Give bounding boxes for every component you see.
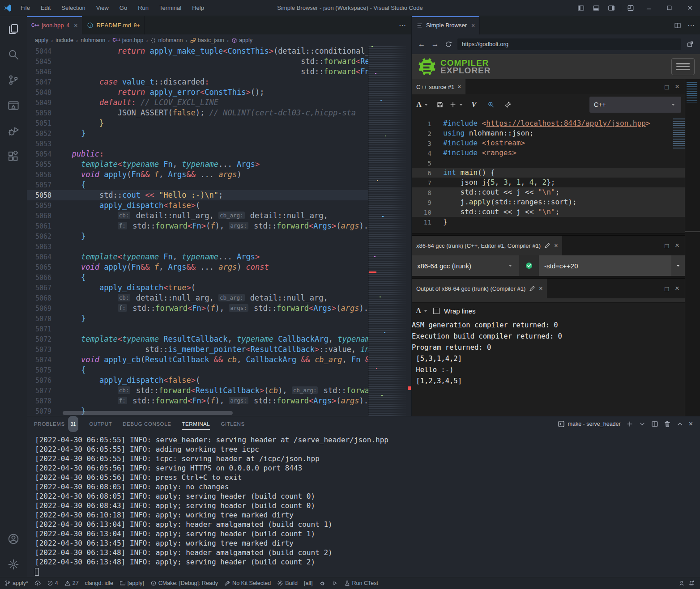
activity-files-icon[interactable] [0,16,27,42]
code-editor[interactable]: 5044 return apply_make_tuple<ConstThis>(… [27,46,411,416]
clangd-status[interactable]: clangd: idle [85,580,113,586]
code-line[interactable]: 5070 } [27,314,368,324]
cmake-status[interactable]: CMake: [Debug]: Ready [150,580,218,586]
url-input[interactable]: https://godbolt.org [457,38,681,50]
code-line[interactable]: 5065 void apply(Fn&& f, Args&& ... args)… [27,262,368,272]
program-output[interactable]: ASM generation compiler returned: 0Execu… [412,319,685,416]
code-line[interactable]: 5069 f: std::forward<Fn>(f), args: std::… [27,303,368,314]
code-line[interactable]: 5062 } [27,231,368,242]
activity-source-control-icon[interactable] [0,67,27,93]
tab-json.hpp[interactable]: C++json.hpp4× [27,16,82,34]
code-line[interactable]: 5052 } [27,128,368,139]
code-line[interactable]: 5058 std::cout << "Hello :-)\n"; [27,190,368,200]
panel-tab-debug-console[interactable]: DEBUG CONSOLE [123,416,171,432]
open-external-icon[interactable] [686,41,695,48]
active-folder[interactable]: [apply] [120,580,144,586]
tab-readme.md[interactable]: README.md9+ [82,16,145,34]
more-actions-icon[interactable]: ⋯ [687,21,695,30]
code-line[interactable]: 5049 default: // LCOV_EXCL_LINE [27,97,368,108]
compiler-options-input[interactable]: -std=c++20 [539,255,671,276]
layout-right-icon[interactable] [604,0,619,16]
split-terminal-icon[interactable] [651,420,658,428]
notifications-button[interactable] [688,580,695,586]
build-target[interactable]: [all] [304,580,312,586]
wrap-lines-checkbox[interactable] [433,308,440,314]
code-line[interactable]: 5072 template<typename ResultCallback, t… [27,334,368,344]
vim-mode-button[interactable]: V [466,97,482,112]
menu-item-terminal[interactable]: Terminal [154,0,187,16]
zoom-search-button[interactable] [483,97,499,112]
split-editor-icon[interactable] [674,22,681,29]
source-pane-tab[interactable]: C++ source #1 × [412,79,465,94]
ce-code-line[interactable]: 7 json j{5, 3, 1, 4, 2}; [412,178,685,187]
build-button[interactable]: Build [277,580,298,586]
code-line[interactable]: 5063 [27,242,368,252]
code-line[interactable]: 5067 apply_dispatch<true>( [27,283,368,293]
terminal-dropdown-icon[interactable] [639,420,646,428]
activity-settings-gear-icon[interactable] [0,551,27,577]
code-line[interactable]: 5046 std::forward<Fn> [27,67,368,77]
pin-button[interactable] [500,97,516,112]
code-line[interactable]: 5073 std::is_member_pointer<ResultCallba… [27,344,368,355]
compiler-pane-tab[interactable]: x86-64 gcc (trunk) (C++, Editor #1, Comp… [412,236,562,255]
code-line[interactable]: 5074 void apply_cb(ResultCallback && cb,… [27,355,368,365]
close-pane-icon[interactable]: × [675,82,679,91]
feedback-button[interactable] [679,580,685,586]
maximize-pane-icon[interactable]: □ [665,242,669,250]
activity-search-icon[interactable] [0,42,27,67]
options-dropdown[interactable] [671,255,685,276]
ce-code-line[interactable]: 1#include <https://localhost:8443/apply/… [412,119,685,128]
panel-tab-output[interactable]: OUTPUT [89,416,112,432]
code-line[interactable]: 5061 f: std::forward<Fn>(f), args: std::… [27,221,368,231]
close-tab-icon[interactable]: × [74,22,77,29]
back-icon[interactable]: ← [417,40,426,49]
ce-logo[interactable]: COMPILER EXPLORER [417,57,491,76]
language-select[interactable]: C++ [589,97,681,113]
menu-item-selection[interactable]: Selection [56,0,90,16]
warnings-count[interactable]: 27 [64,580,79,586]
branch-status[interactable]: apply* [4,580,28,586]
kit-selector[interactable]: No Kit Selected [224,580,271,586]
ce-code-line[interactable]: 11} [412,217,685,227]
code-line[interactable]: 5064 template<typename Fn, typename... A… [27,252,368,262]
ce-code-line[interactable]: 5 [412,158,685,168]
output-pane-tab[interactable]: Output of x86-64 gcc (trunk) (Compiler #… [412,279,547,298]
rename-pane-icon[interactable] [544,242,551,249]
customize-layout-icon[interactable] [623,0,638,16]
ce-code-line[interactable]: 2using nlohmann::json; [412,128,685,138]
font-size-button[interactable]: A [416,304,429,318]
panel-tab-gitlens[interactable]: GITLENS [221,416,244,432]
panel-tab-problems[interactable]: PROBLEMS31 [34,416,78,432]
terminal-selector[interactable]: make - serve_header [558,420,621,428]
menu-item-view[interactable]: View [91,0,114,16]
menu-item-help[interactable]: Help [187,0,209,16]
code-line[interactable]: 5056 void apply(Fn&& f, Args&& ... args) [27,169,368,180]
editor-scrollbar[interactable] [406,46,411,416]
forward-icon[interactable]: → [431,40,440,49]
add-pane-button[interactable] [449,97,465,112]
activity-account-icon[interactable] [0,526,27,551]
code-line[interactable]: 5048 return apply_error<ConstThis>(); [27,87,368,97]
code-line[interactable]: 5068 cb: detail::null_arg, cb_arg: detai… [27,293,368,303]
breadcrumb-item-apply[interactable]: apply [231,37,252,43]
maximize-pane-icon[interactable]: □ [665,285,669,292]
ce-code-line[interactable]: 9 j.apply(std::ranges::sort); [412,197,685,207]
ce-code-line[interactable]: 4#include <ranges> [412,148,685,158]
terminal-content[interactable]: [2022-04-30 06:05:55] INFO: serve_header… [27,432,700,577]
code-line[interactable]: 5045 std::forward<Res [27,56,368,67]
hamburger-menu-icon[interactable] [671,58,695,75]
rename-pane-icon[interactable] [529,285,536,292]
launch-button[interactable] [332,580,338,586]
ce-code-line[interactable]: 3#include <iostream> [412,138,685,148]
close-pane-icon[interactable]: × [554,242,558,249]
close-pane-icon[interactable]: × [457,83,461,90]
code-line[interactable]: 5066 { [27,272,368,283]
debug-button[interactable] [319,580,325,586]
save-button[interactable] [432,97,448,112]
code-line[interactable]: 5078 f: std::forward<Fn>(f), args: std::… [27,396,368,406]
close-pane-icon[interactable]: × [675,284,679,293]
activity-cmake-icon[interactable] [0,93,27,118]
maximize-icon[interactable] [659,0,679,16]
activity-extensions-icon[interactable] [0,144,27,169]
reload-icon[interactable] [444,41,453,48]
